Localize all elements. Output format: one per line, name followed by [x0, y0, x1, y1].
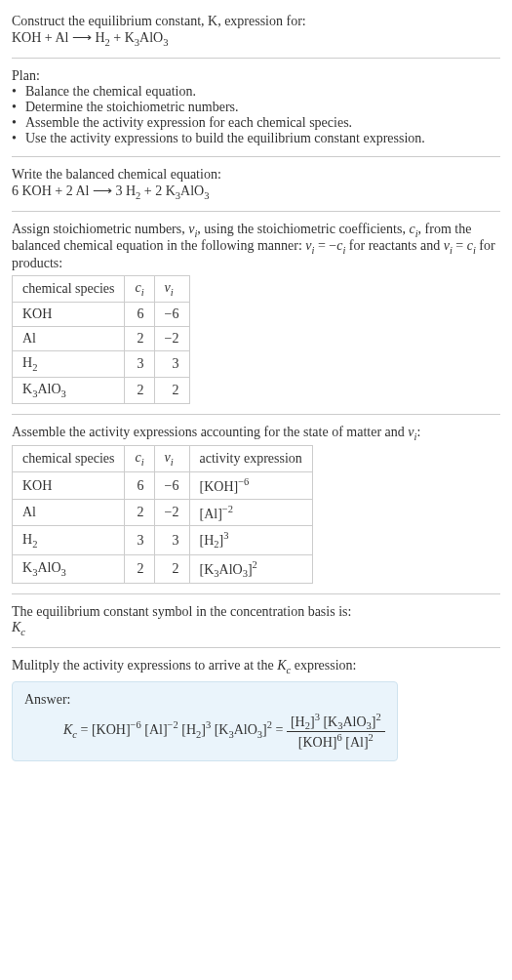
cell-ci: 6	[125, 302, 154, 326]
activity-section: Assemble the activity expressions accoun…	[12, 419, 500, 591]
plan-section: Plan: •Balance the chemical equation. •D…	[12, 62, 500, 152]
activity-intro: Assemble the activity expressions accoun…	[12, 425, 500, 442]
kc-expression: Kc = [KOH]−6 [Al]−2 [H2]3 [K3AlO3]2 =	[63, 722, 287, 737]
plan-item: Determine the stoichiometric numbers.	[25, 100, 239, 115]
balanced-section: Write the balanced chemical equation: 6 …	[12, 161, 500, 207]
cell-ci: 6	[125, 472, 154, 500]
cell-vi: −2	[154, 326, 189, 350]
cell-vi: −6	[154, 472, 189, 500]
cell-ci: 2	[125, 326, 154, 350]
table-row: K3AlO3 2 2	[13, 377, 190, 403]
table-row: KOH 6 −6 [KOH]−6	[13, 472, 313, 500]
answer-box: Answer: Kc = [KOH]−6 [Al]−2 [H2]3 [K3AlO…	[12, 681, 398, 761]
plan-item: Balance the chemical equation.	[25, 84, 196, 100]
balanced-equation: 6 KOH + 2 Al ⟶ 3 H2 + 2 K3AlO3	[12, 183, 500, 201]
cell-species: K3AlO3	[13, 377, 125, 403]
separator	[12, 211, 500, 212]
intro-section: Construct the equilibrium constant, K, e…	[12, 8, 500, 54]
cell-species: H2	[13, 526, 125, 554]
bullet-icon: •	[12, 131, 25, 146]
fraction-numerator: [H2]3 [K3AlO3]2	[287, 712, 385, 732]
col-vi: νi	[154, 276, 189, 303]
separator	[12, 58, 500, 59]
cell-activity: [H2]3	[189, 526, 312, 554]
kc-fraction: [H2]3 [K3AlO3]2 [KOH]6 [Al]2	[287, 712, 385, 751]
cell-species: H2	[13, 350, 125, 377]
cell-vi: 2	[154, 377, 189, 403]
cell-vi: 3	[154, 350, 189, 377]
cell-species: Al	[13, 499, 125, 526]
cell-ci: 2	[125, 377, 154, 403]
table-row: KOH 6 −6	[13, 302, 190, 326]
table-header-row: chemical species ci νi	[13, 276, 190, 303]
col-species: chemical species	[13, 276, 125, 303]
cell-ci: 2	[125, 554, 154, 583]
table-row: K3AlO3 2 2 [K3AlO3]2	[13, 554, 313, 583]
separator	[12, 593, 500, 594]
answer-label: Answer:	[24, 692, 385, 708]
cell-species: Al	[13, 326, 125, 350]
table-row: H2 3 3 [H2]3	[13, 526, 313, 554]
cell-ci: 3	[125, 350, 154, 377]
cell-vi: −2	[154, 499, 189, 526]
activity-table: chemical species ci νi activity expressi…	[12, 445, 313, 584]
separator	[12, 647, 500, 648]
symbol-section: The equilibrium constant symbol in the c…	[12, 598, 500, 643]
cell-species: KOH	[13, 302, 125, 326]
stoich-table: chemical species ci νi KOH 6 −6 Al 2 −2 …	[12, 275, 190, 403]
bullet-icon: •	[12, 115, 25, 131]
col-ci: ci	[125, 276, 154, 303]
col-vi: νi	[154, 446, 189, 472]
cell-vi: 3	[154, 526, 189, 554]
table-row: Al 2 −2	[13, 326, 190, 350]
fraction-denominator: [KOH]6 [Al]2	[287, 732, 385, 751]
table-header-row: chemical species ci νi activity expressi…	[13, 446, 313, 472]
plan-item: Use the activity expressions to build th…	[25, 131, 425, 146]
col-ci: ci	[125, 446, 154, 472]
col-activity: activity expression	[189, 446, 312, 472]
cell-activity: [KOH]−6	[189, 472, 312, 500]
bullet-icon: •	[12, 100, 25, 115]
table-row: Al 2 −2 [Al]−2	[13, 499, 313, 526]
cell-species: KOH	[13, 472, 125, 500]
balanced-heading: Write the balanced chemical equation:	[12, 167, 500, 183]
cell-ci: 2	[125, 499, 154, 526]
plan-heading: Plan:	[12, 68, 500, 84]
cell-vi: −6	[154, 302, 189, 326]
cell-ci: 3	[125, 526, 154, 554]
symbol-line1: The equilibrium constant symbol in the c…	[12, 604, 500, 620]
final-section: Mulitply the activity expressions to arr…	[12, 652, 500, 767]
intro-line1: Construct the equilibrium constant, K, e…	[12, 14, 306, 28]
separator	[12, 156, 500, 157]
cell-species: K3AlO3	[13, 554, 125, 583]
intro-equation: KOH + Al ⟶ H2 + K3AlO3	[12, 29, 500, 48]
cell-activity: [K3AlO3]2	[189, 554, 312, 583]
cell-activity: [Al]−2	[189, 499, 312, 526]
symbol-kc: Kc	[12, 620, 500, 637]
stoich-intro: Assign stoichiometric numbers, νi, using…	[12, 222, 500, 272]
final-heading: Mulitply the activity expressions to arr…	[12, 658, 500, 675]
stoich-section: Assign stoichiometric numbers, νi, using…	[12, 216, 500, 410]
bullet-icon: •	[12, 84, 25, 100]
separator	[12, 414, 500, 415]
table-row: H2 3 3	[13, 350, 190, 377]
cell-vi: 2	[154, 554, 189, 583]
col-species: chemical species	[13, 446, 125, 472]
plan-item: Assemble the activity expression for eac…	[25, 115, 352, 131]
